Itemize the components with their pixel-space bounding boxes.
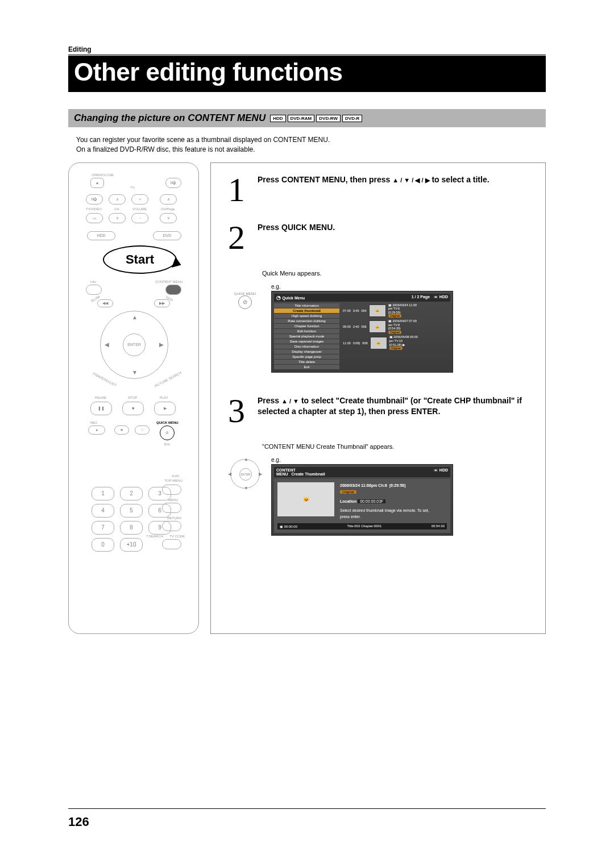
qm-item[interactable]: Display changeover: [274, 349, 339, 354]
osd2-drive: HDD: [439, 468, 448, 472]
tv-video-label: TV/VIDEO: [86, 207, 102, 211]
num-2[interactable]: 2: [120, 487, 143, 500]
eg-label-2: e.g.: [271, 457, 453, 463]
step-2: 2 Press QUICK MENU.: [228, 222, 534, 253]
quick-menu-list: Title information Create thumbnail High …: [274, 303, 339, 370]
num-5[interactable]: 5: [120, 504, 143, 518]
step-2-sub: Quick Menu appears.: [262, 270, 534, 277]
tv-video-button[interactable]: ▭: [86, 213, 103, 223]
step-1-heading: Press CONTENT MENU, then press ▲ / ▼ / ◀…: [258, 174, 534, 186]
subheading: Changing the picture on CONTENT MENU: [74, 112, 265, 124]
content-menu-button[interactable]: [165, 285, 181, 295]
osd2-timebar: ▣ 00:00:00 Title:002 Chapter:0001 00:54:…: [277, 523, 447, 529]
pause-label: PAUSE: [95, 396, 106, 399]
page-down-button[interactable]: ∨: [160, 213, 177, 223]
osd2-title-b: MENU: [276, 472, 288, 476]
num-plus10[interactable]: +10: [120, 538, 143, 552]
info-label: Info: [90, 280, 96, 283]
tv-label: TV: [130, 186, 135, 189]
step-1-number: 1: [228, 174, 251, 205]
intro-line-1: You can register your favorite scene as …: [76, 136, 330, 144]
fastfwd-button[interactable]: ▶▶: [154, 299, 170, 307]
step-2-number: 2: [228, 222, 251, 253]
num-6[interactable]: 6: [148, 504, 171, 518]
circle-button[interactable]: ○: [135, 425, 150, 435]
play-label: PLAY: [160, 396, 168, 399]
mini-dpad: ENTER ▲ ▼ ◀ ▶: [228, 457, 262, 491]
qm-item[interactable]: Disc information: [274, 344, 339, 349]
step-3-heading: Press ▲ / ▼ to select "Create thumbnail"…: [258, 395, 534, 418]
num-9[interactable]: 9: [148, 521, 171, 535]
stop-button[interactable]: ■: [122, 402, 144, 415]
play-button[interactable]: ▶: [154, 402, 176, 415]
qm-entry: 07:00 3:45 004 🐱 ▣ 2006/03/24 11:00 pm T…: [343, 303, 450, 318]
num-7[interactable]: 7: [92, 521, 114, 535]
steps-panel: 1 Press CONTENT MENU, then press ▲ / ▼ /…: [210, 162, 546, 634]
power-button[interactable]: I/⏻: [165, 178, 181, 188]
qm-item[interactable]: Title delete: [274, 360, 339, 365]
eg-label-1: e.g.: [271, 283, 453, 290]
title-bar: Other editing functions: [68, 56, 546, 92]
thumb-icon: 🐱: [369, 304, 386, 317]
start-callout: Start: [103, 245, 177, 274]
qm-item[interactable]: Rate conversion dubbing: [274, 319, 339, 324]
num-0[interactable]: 0: [92, 538, 114, 552]
num-1[interactable]: 1: [92, 487, 114, 500]
dvd-button[interactable]: DVD: [153, 231, 181, 240]
rec-button[interactable]: ●: [88, 425, 105, 435]
quick-menu-mini-label: QUICK MENU: [234, 292, 256, 295]
top-menu-label: TOP MENU: [165, 479, 182, 482]
num-3[interactable]: 3: [148, 487, 171, 500]
rewind-button[interactable]: ◀◀: [97, 299, 113, 307]
qm-item[interactable]: Save captured images: [274, 339, 339, 344]
quick-menu-button[interactable]: ⊘: [160, 425, 175, 440]
tv-power-button[interactable]: I/⏻: [86, 194, 103, 205]
qm-item[interactable]: Edit function: [274, 329, 339, 334]
ch-up-button[interactable]: ∧: [109, 194, 126, 205]
osd1-title: Quick Menu: [283, 296, 305, 300]
osd1-drive: HDD: [439, 295, 448, 299]
num-4[interactable]: 4: [92, 504, 114, 518]
page-up-button[interactable]: ∧: [160, 194, 177, 205]
ch-label: CH: [114, 207, 119, 211]
qm-item[interactable]: Specific page jump: [274, 354, 339, 360]
eject-button[interactable]: ▲: [90, 178, 104, 188]
quick-menu-icon-block: QUICK MENU ⊘: [228, 283, 262, 318]
pause-button[interactable]: ❚❚: [90, 402, 112, 415]
dpad-left[interactable]: ◀: [105, 341, 109, 348]
qm-item[interactable]: Exit: [274, 365, 339, 370]
qm-thumbnail-list: 07:00 3:45 004 🐱 ▣ 2006/03/24 11:00 pm T…: [343, 303, 450, 370]
qm-entry: 09:00 2:40 006 🐱 ▣ 2006/04/07 07:00 am T…: [343, 319, 450, 334]
ch-page-label: CH/Page: [161, 207, 175, 211]
badge-dvd-r: DVD-R: [342, 115, 362, 122]
mini-enter: ENTER: [239, 468, 252, 481]
dpad-right[interactable]: ▶: [159, 341, 164, 348]
dpad-up[interactable]: ▲: [132, 314, 138, 320]
stop-label: STOP: [128, 396, 137, 399]
step-3-number: 3: [228, 395, 251, 426]
intro-line-2: On a finalized DVD-R/RW disc, this featu…: [76, 145, 255, 153]
qm-item[interactable]: Chapter function: [274, 324, 339, 329]
num-8[interactable]: 8: [120, 521, 143, 535]
dvd-section-label: DVD: [172, 474, 179, 478]
dpad-down[interactable]: ▼: [132, 369, 138, 375]
badge-dvd-ram: DVD-RAM: [288, 115, 315, 122]
osd-create-thumbnail: CONTENT MENU Create Thumbnail 📼 HDD 🐱 20…: [271, 464, 453, 536]
vol-up-button[interactable]: ＋: [131, 194, 148, 205]
qm-item-selected[interactable]: Create thumbnail: [274, 308, 339, 314]
qm-item[interactable]: High speed dubbing: [274, 314, 339, 319]
open-close-label: OPEN/CLOSE: [92, 173, 114, 177]
page-title: Other editing functions: [74, 58, 540, 86]
star-button[interactable]: ★: [114, 425, 129, 435]
qm-item[interactable]: Special playback mode: [274, 334, 339, 339]
badge-dvd-rw: DVD-RW: [316, 115, 341, 122]
step-3: 3 Press ▲ / ▼ to select "Create thumbnai…: [228, 395, 534, 426]
info-button[interactable]: [86, 285, 102, 295]
enter-button[interactable]: ENTER: [123, 333, 146, 356]
content-menu-label: CONTENT MENU: [155, 280, 182, 283]
step-3-sub: "CONTENT MENU Create Thumbnail" appears.: [262, 443, 534, 450]
hdd-button[interactable]: HDD: [87, 231, 115, 240]
ch-down-button[interactable]: ∨: [109, 213, 126, 223]
qm-item[interactable]: Title information: [274, 303, 339, 308]
vol-down-button[interactable]: －: [131, 213, 148, 223]
